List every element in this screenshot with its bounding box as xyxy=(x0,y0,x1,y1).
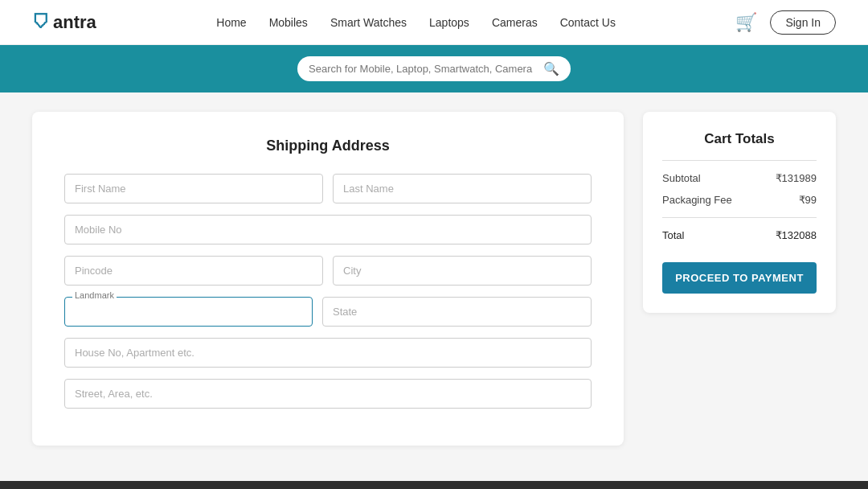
subtotal-row: Subtotal ₹131989 xyxy=(662,167,817,189)
street-row xyxy=(64,379,592,409)
house-row xyxy=(64,338,592,368)
mobile-row xyxy=(64,215,592,244)
main-nav: HomeMobilesSmart WatchesLaptopsCamerasCo… xyxy=(216,16,616,29)
nav-link-laptops[interactable]: Laptops xyxy=(429,16,469,29)
subtotal-label: Subtotal xyxy=(662,172,701,184)
logo-text: antra xyxy=(53,12,96,33)
landmark-state-row: Landmark xyxy=(64,297,592,327)
nav-link-mobiles[interactable]: Mobiles xyxy=(269,16,308,29)
cart-totals-title: Cart Totals xyxy=(662,131,817,147)
search-section: 🔍 xyxy=(0,45,868,92)
logo[interactable]: ⛉ antra xyxy=(32,12,96,33)
shipping-card: Shipping Address Landmark xyxy=(32,112,624,446)
nav-link-smart-watches[interactable]: Smart Watches xyxy=(330,16,407,29)
first-name-input[interactable] xyxy=(64,174,323,203)
search-bar: 🔍 xyxy=(297,56,571,81)
city-input[interactable] xyxy=(333,256,592,286)
proceed-to-payment-button[interactable]: PROCEED TO PAYMENT xyxy=(662,262,817,294)
search-input[interactable] xyxy=(309,63,543,75)
landmark-label: Landmark xyxy=(72,290,117,300)
nav-link-cameras[interactable]: Cameras xyxy=(492,16,538,29)
total-value: ₹132088 xyxy=(776,229,817,241)
street-input[interactable] xyxy=(64,379,592,409)
logo-icon: ⛉ xyxy=(32,12,50,33)
total-label: Total xyxy=(662,229,684,241)
footer: ⛉ antra Connect with Us: Follow Our Soci… xyxy=(0,481,868,489)
nav-link-home[interactable]: Home xyxy=(216,16,246,29)
packaging-label: Packaging Fee xyxy=(662,194,732,206)
nav-link-contact-us[interactable]: Contact Us xyxy=(560,16,616,29)
packaging-row: Packaging Fee ₹99 xyxy=(662,189,817,211)
divider-2 xyxy=(662,217,817,218)
main-content: Shipping Address Landmark Cart To xyxy=(0,92,868,465)
name-row xyxy=(64,174,592,203)
total-row: Total ₹132088 xyxy=(662,224,817,246)
cart-button[interactable]: 🛒 xyxy=(735,12,757,33)
packaging-value: ₹99 xyxy=(799,194,817,206)
header: ⛉ antra HomeMobilesSmart WatchesLaptopsC… xyxy=(0,0,868,45)
shipping-title: Shipping Address xyxy=(64,138,592,154)
state-input[interactable] xyxy=(322,297,592,327)
subtotal-value: ₹131989 xyxy=(776,172,817,184)
cart-totals-card: Cart Totals Subtotal ₹131989 Packaging F… xyxy=(643,112,836,313)
pincode-input[interactable] xyxy=(64,256,323,286)
divider-1 xyxy=(662,160,817,161)
signin-button[interactable]: Sign In xyxy=(770,10,836,35)
header-actions: 🛒 Sign In xyxy=(735,10,836,35)
last-name-input[interactable] xyxy=(333,174,592,203)
landmark-wrapper: Landmark xyxy=(64,297,313,327)
landmark-input[interactable] xyxy=(64,297,313,327)
pincode-city-row xyxy=(64,256,592,286)
house-input[interactable] xyxy=(64,338,592,368)
search-button[interactable]: 🔍 xyxy=(543,61,559,76)
mobile-input[interactable] xyxy=(64,215,592,244)
